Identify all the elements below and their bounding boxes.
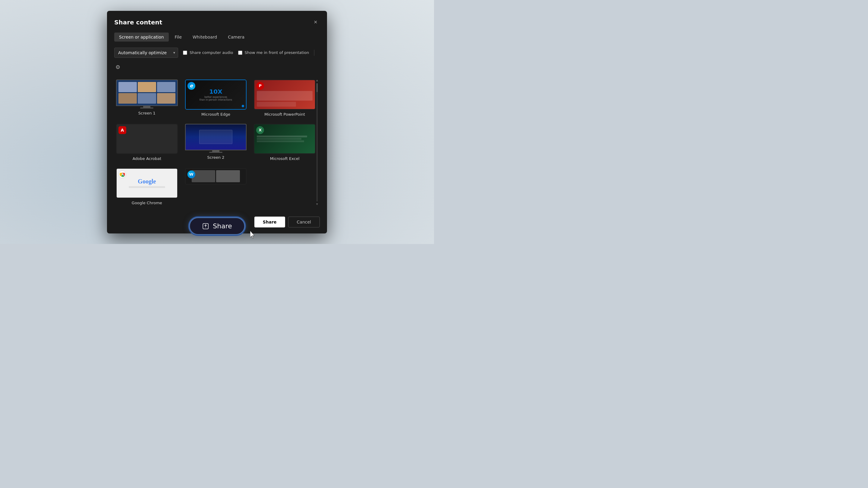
screen1-display [116,79,178,106]
excel-label: Microsoft Excel [270,156,300,161]
controls-row: Automatically optimize ▾ Share computer … [114,47,320,72]
screen2-stand-neck [212,150,219,152]
tab-whiteboard[interactable]: Whiteboard [188,33,222,41]
tab-file[interactable]: File [170,33,187,41]
powerpoint-icon-badge: P [256,82,264,90]
grid-item-google-chrome[interactable]: Google Google Chrome [114,166,180,207]
grid-item-adobe-acrobat[interactable]: A Adobe Acrobat [114,122,180,163]
powerpoint-icon: P [259,84,262,88]
edge-thumbnail: e 10X better experiencesthan in-person i… [185,79,247,110]
scroll-up-button[interactable]: ▲ [315,78,319,83]
screen2-label: Screen 2 [207,155,224,160]
grid-item-microsoft-powerpoint[interactable]: P Microsoft PowerPoint [252,78,317,119]
modal-overlay: Share content × Screen or application Fi… [0,0,434,244]
scroll-indicator: ▲ ▼ [314,78,320,207]
excel-icon: X [258,128,261,132]
edge-label: Microsoft Edge [201,112,230,117]
chrome-svg [120,172,125,177]
tab-camera[interactable]: Camera [223,33,249,41]
powerpoint-label: Microsoft PowerPoint [264,112,305,117]
dialog-title: Share content [114,19,162,26]
scroll-down-button[interactable]: ▼ [315,202,319,206]
share-audio-label: Share computer audio [190,50,233,55]
items-grid: Screen 1 e 10X better experiencesthan in… [114,78,320,207]
share-content-dialog: Share content × Screen or application Fi… [107,11,327,233]
scroll-track [316,83,318,201]
grid-item-webex[interactable]: W [183,166,249,207]
share-upload-icon [202,223,209,230]
screen2-container [185,124,247,153]
close-button[interactable]: × [311,18,320,27]
adobe-icon: A [121,128,124,133]
share-button[interactable]: Share [254,217,285,227]
excel-icon-badge: X [256,126,264,134]
screen1-stand-neck [143,106,150,107]
tab-screen-or-application[interactable]: Screen or application [114,33,169,41]
edge-icon-badge: e [187,82,195,90]
screen1-container [116,79,178,108]
screen2-display [185,124,247,150]
screen2-stand-base [209,152,222,153]
excel-thumbnail: X [254,124,315,154]
edge-icon: e [190,83,193,89]
webex-icon-badge: W [187,170,195,178]
cursor-icon [250,231,256,238]
powerpoint-thumbnail: P [254,79,315,110]
bottom-share-button[interactable]: Share [189,217,245,235]
share-audio-checkbox[interactable] [183,51,187,55]
screen1-label: Screen 1 [138,111,156,116]
chrome-icon-badge [119,170,126,178]
adobe-icon-badge: A [119,126,126,134]
grid-item-microsoft-excel[interactable]: X Microsoft Excel [252,122,317,163]
chrome-label: Google Chrome [132,201,162,205]
chrome-thumbnail: Google [116,168,178,198]
optimize-dropdown-wrapper: Automatically optimize ▾ [114,47,178,58]
show-front-label: Show me in front of presentation [245,50,309,55]
divider [314,50,314,56]
adobe-label: Adobe Acrobat [133,156,161,161]
webex-thumbnail: W [185,168,247,185]
cancel-button[interactable]: Cancel [288,217,320,227]
bottom-share-label: Share [213,222,232,230]
grid-item-screen1[interactable]: Screen 1 [114,78,180,119]
screen1-stand-base [140,107,153,108]
optimize-dropdown[interactable]: Automatically optimize [114,47,178,58]
content-area: Screen 1 e 10X better experiencesthan in… [114,78,320,207]
settings-button[interactable]: ⚙ [114,63,121,72]
share-audio-checkbox-label[interactable]: Share computer audio [183,50,233,55]
dialog-header: Share content × [114,18,320,27]
grid-item-microsoft-edge[interactable]: e 10X better experiencesthan in-person i… [183,78,249,119]
adobe-thumbnail: A [116,124,178,154]
show-front-checkbox[interactable] [238,51,242,55]
show-front-checkbox-label[interactable]: Show me in front of presentation [238,50,309,55]
scroll-thumb [316,83,318,92]
tabs-bar: Screen or application File Whiteboard Ca… [114,33,320,41]
webex-icon: W [189,172,193,176]
grid-item-screen2[interactable]: Screen 2 [183,122,249,163]
items-grid-section: Screen 1 e 10X better experiencesthan in… [114,78,320,207]
